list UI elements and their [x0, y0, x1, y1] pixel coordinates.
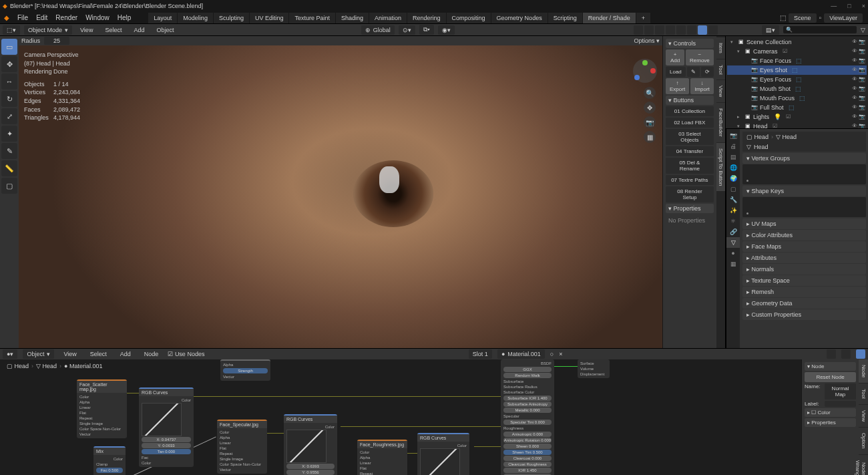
workspace-tab[interactable]: Texture Paint [289, 13, 336, 23]
eye-icon[interactable]: 👁 [852, 66, 857, 74]
n-panel-tab[interactable]: Item [716, 37, 725, 59]
menu-window[interactable]: Window [81, 14, 114, 21]
workspace-tab[interactable]: Rendering [407, 13, 447, 23]
property-section[interactable]: ▸ Geometry Data [742, 298, 866, 309]
node-bc-3[interactable]: ● Material.001 [64, 363, 102, 369]
camera-vis-icon[interactable]: 📷 [859, 94, 865, 102]
script-button[interactable]: 05 Del & Rename [666, 158, 714, 174]
node-bc-1[interactable]: ▢ Head [7, 363, 29, 369]
curve-widget[interactable] [420, 448, 460, 475]
texture-node-roughness[interactable]: Face_Roughness.jpg Color Alpha Linear Fl… [357, 440, 407, 475]
n-panel-tab[interactable]: Script To Button [716, 143, 725, 191]
material-users-icon[interactable]: ○ [550, 351, 554, 357]
prop-tab-material-icon[interactable]: ● [726, 248, 740, 259]
tree-item[interactable]: ▾▣Scene Collection👁📷 [727, 37, 867, 47]
node-object-dropdown[interactable]: Object ▾ [23, 349, 54, 359]
add-cube-tool-icon[interactable]: ▢ [1, 178, 17, 194]
object-menu[interactable]: Object [152, 27, 178, 33]
node-n-tab[interactable]: Tool [859, 383, 868, 404]
y-slider[interactable]: Y: 0.0033 [142, 443, 191, 448]
prop-tab-render-icon[interactable]: 📷 [726, 130, 740, 141]
property-section[interactable]: ▸ UV Maps [742, 218, 866, 229]
axis-z-icon[interactable] [634, 75, 640, 80]
proportional-dropdown[interactable]: ◉▾ [438, 25, 455, 35]
measure-tool-icon[interactable]: 📏 [1, 160, 17, 176]
viewlayer-name[interactable]: ViewLayer [824, 13, 863, 23]
remove-button[interactable]: − Remove [686, 49, 714, 65]
menu-help[interactable]: Help [114, 14, 136, 21]
node-pin-icon[interactable] [856, 349, 865, 359]
workspace-tab[interactable]: Sculpting [214, 13, 250, 23]
select-box-tool-icon[interactable]: ▭ [1, 39, 17, 55]
tree-item[interactable]: 📷Mouth Shot⬚👁📷 [727, 84, 867, 94]
slot-dropdown[interactable]: Slot 1 [469, 349, 492, 359]
tree-item[interactable]: 📷Eyes Shot⬚👁📷 [727, 65, 867, 75]
property-section[interactable]: ▾ Shape Keys [742, 186, 866, 196]
workspace-tab[interactable]: Compositing [447, 13, 491, 23]
transform-tool-icon[interactable]: ✦ [1, 126, 17, 142]
node-name-field[interactable]: Normal Map [825, 383, 856, 400]
node-snap-icon[interactable] [827, 349, 836, 359]
rotate-tool-icon[interactable]: ↻ [1, 91, 17, 107]
n-panel-tab[interactable]: Tool [716, 59, 725, 80]
node-n-tab[interactable]: View [859, 405, 868, 427]
texture-node-scatter[interactable]: Face_Scatter map.jpg Color Alpha Linear … [77, 379, 127, 438]
material-output-node[interactable]: Surface Volume Displacement [578, 359, 610, 378]
axis-x-icon[interactable] [650, 68, 656, 73]
refresh-icon[interactable]: ⟳ [701, 67, 714, 77]
script-button[interactable]: 08 Render Setup [666, 186, 714, 202]
node-canvas[interactable]: ▢ Head› ▽ Head› ● Material.001 Face_Scat… [0, 359, 801, 475]
viewport[interactable]: Radius 25 Options ▾ Camera Perspective (… [19, 36, 662, 348]
property-section[interactable]: ▸ Normals [742, 264, 866, 275]
node-n-tab[interactable]: Node Wrangl [859, 455, 868, 475]
tree-item[interactable]: 📷Eyes Focus⬚👁📷 [727, 75, 867, 84]
texture-node-specular[interactable]: Face_Specular.jpg Color Alpha Linear Fla… [217, 420, 267, 474]
prop-tab-particle-icon[interactable]: ✨ [726, 205, 740, 216]
workspace-tab[interactable]: Render / Shade [583, 13, 636, 23]
axis-y-icon[interactable] [642, 60, 648, 65]
prop-tab-texture-icon[interactable]: ▦ [726, 259, 740, 269]
node-n-tab[interactable]: Option [859, 428, 868, 454]
camera-view-icon[interactable]: 📷 [644, 116, 656, 128]
mesh-name-field[interactable]: ▽ Head [742, 142, 866, 152]
prop-tab-physics-icon[interactable]: ⚛ [726, 216, 740, 226]
properties-header[interactable]: ▾ Properties [666, 204, 714, 213]
curve-widget[interactable] [286, 430, 327, 463]
move-tool-icon[interactable]: ↔ [1, 73, 17, 90]
fac-slider[interactable]: Fac 0.500 [96, 468, 123, 473]
property-section[interactable]: ▸ Remesh [742, 287, 866, 297]
workspace-tab[interactable]: UV Editing [250, 13, 290, 23]
solid-shading-icon[interactable] [676, 25, 686, 35]
eye-icon[interactable]: 👁 [852, 94, 857, 102]
tan-slider[interactable]: Tan 0.000 [142, 449, 191, 454]
add-menu[interactable]: Add [130, 27, 148, 33]
camera-vis-icon[interactable]: 📷 [859, 38, 865, 46]
material-shading-icon[interactable] [687, 25, 696, 35]
script-button[interactable]: 02 Load FBX [666, 118, 714, 128]
view-menu[interactable]: View [76, 27, 97, 33]
prop-tab-modifier-icon[interactable]: 🔧 [726, 194, 740, 205]
tree-item[interactable]: ▸▣Lights💡☑👁📷 [727, 112, 867, 122]
pencil-icon[interactable]: ✎ [687, 67, 700, 77]
script-button[interactable]: 03 Select Objects [666, 129, 714, 145]
property-list-area[interactable] [742, 164, 866, 184]
x-slider[interactable]: X: 0.04737 [142, 437, 191, 442]
property-section[interactable]: ▾ Vertex Groups [742, 153, 866, 164]
camera-vis-icon[interactable]: 📷 [859, 57, 865, 65]
export-button[interactable]: ↑ Export [666, 78, 689, 94]
property-list-area[interactable] [742, 197, 866, 217]
camera-vis-icon[interactable]: 📷 [859, 104, 865, 112]
annotate-tool-icon[interactable]: ✎ [1, 143, 17, 159]
color-section[interactable]: ▸ ☐ Color [805, 408, 856, 417]
node-add-menu[interactable]: Add [116, 351, 135, 357]
y-slider[interactable]: Y: 0.9556 [286, 470, 335, 475]
bc-item1[interactable]: ▢ Head [746, 134, 769, 140]
x-slider[interactable]: X: 0.6393 [286, 464, 335, 469]
prop-tab-object-icon[interactable]: ▢ [726, 184, 740, 194]
reset-node-button[interactable]: Reset Node [805, 372, 856, 382]
prop-tab-viewlayer-icon[interactable]: ▤ [726, 152, 740, 162]
menu-file[interactable]: File [13, 14, 32, 21]
editor-type-dropdown[interactable]: ⬚▾ [3, 25, 20, 35]
property-section[interactable]: ▸ Custom Properties [742, 309, 866, 320]
overlay-toggle-icon[interactable] [644, 25, 654, 35]
